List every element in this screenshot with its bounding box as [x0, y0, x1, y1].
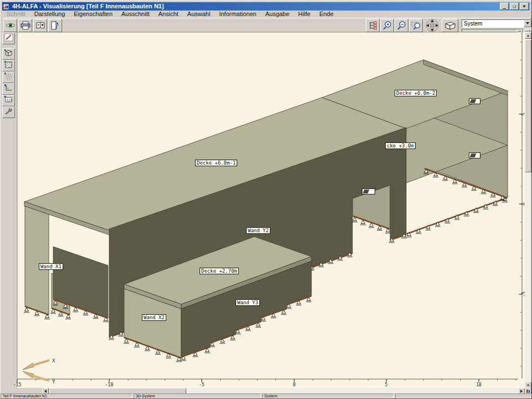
status-bar: Teil F Innenausbauten N1 3D-System Syste…	[1, 393, 532, 398]
svg-text:5: 5	[385, 382, 388, 387]
status-system-type: 3D-System	[134, 393, 261, 398]
svg-text:10: 10	[476, 382, 482, 387]
status-extra	[395, 393, 531, 398]
svg-text:0: 0	[293, 382, 296, 387]
label-wand-y3: Wand Y3	[236, 299, 260, 306]
svg-text:X: X	[52, 358, 55, 364]
vscroll-thumb[interactable]	[525, 39, 531, 172]
scroll-up-icon[interactable]	[525, 32, 531, 39]
label-decke-6-1: Decke +6.0m-1	[195, 160, 237, 166]
svg-text:-15: -15	[13, 382, 22, 387]
svg-text:-10: -10	[105, 382, 114, 387]
3d-view-canvas[interactable]: -15-10-5051050-5XY	[1, 1, 532, 399]
svg-text:Y: Y	[52, 379, 55, 385]
label-wand-y2: Wand Y2	[246, 227, 270, 234]
status-part-name: Teil F Innenausbauten N1	[1, 393, 132, 398]
app-window: 4H-ALFA - Visualisierung [Teil F Innenau…	[0, 0, 532, 399]
svg-text:-5: -5	[199, 382, 204, 387]
label-decke-3: cke +3.0m	[385, 142, 416, 149]
vertical-scrollbar[interactable]	[525, 32, 531, 388]
status-mode: System	[262, 393, 394, 398]
label-decke-27: Decke +2.70m	[200, 268, 239, 274]
label-decke-6-2: Decke +6.0m-2	[395, 90, 437, 96]
label-wand-x2: Wand X2	[142, 314, 166, 321]
partial-label-1	[469, 98, 480, 104]
label-wand-x1: Wand X1	[39, 263, 63, 270]
partial-label-2	[469, 152, 480, 158]
partial-label-3	[362, 188, 375, 195]
